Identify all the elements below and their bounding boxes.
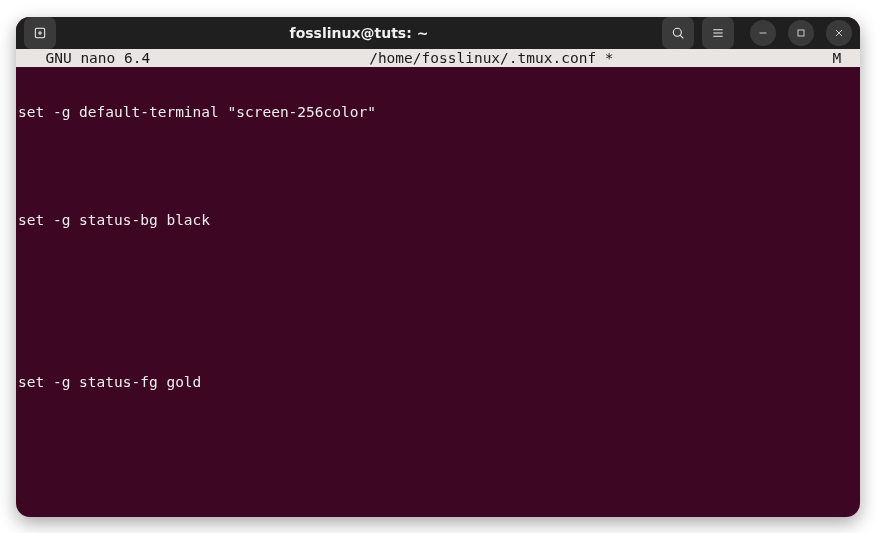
close-icon: [833, 27, 845, 39]
minimize-icon: [757, 27, 769, 39]
editor-line: [18, 481, 858, 499]
new-tab-button[interactable]: [24, 17, 56, 49]
editor-line: [18, 157, 858, 175]
hamburger-icon: [710, 25, 726, 41]
editor-line: [18, 265, 858, 283]
nano-filename: /home/fosslinux/.tmux.conf *: [150, 49, 832, 67]
nano-editor-area[interactable]: set -g default-terminal "screen-256color…: [16, 67, 860, 517]
search-icon: [670, 25, 686, 41]
menu-button[interactable]: [702, 17, 734, 49]
terminal-body[interactable]: GNU nano 6.4 /home/fosslinux/.tmux.conf …: [16, 49, 860, 517]
window-controls: [750, 20, 852, 46]
svg-rect-9: [798, 30, 804, 36]
close-button[interactable]: [826, 20, 852, 46]
svg-line-4: [680, 35, 683, 38]
nano-version: GNU nano 6.4: [18, 49, 150, 67]
editor-line: [18, 427, 858, 445]
search-button[interactable]: [662, 17, 694, 49]
minimize-button[interactable]: [750, 20, 776, 46]
maximize-icon: [795, 27, 807, 39]
nano-modified-flag: M: [833, 49, 858, 67]
editor-line: [18, 319, 858, 337]
svg-point-3: [673, 28, 681, 36]
editor-line: set -g status-fg gold: [18, 373, 858, 391]
editor-line: set -g default-terminal "screen-256color…: [18, 103, 858, 121]
window-title: fosslinux@tuts: ~: [64, 25, 654, 41]
nano-titlebar: GNU nano 6.4 /home/fosslinux/.tmux.conf …: [16, 49, 860, 67]
titlebar: fosslinux@tuts: ~: [16, 17, 860, 49]
new-tab-icon: [32, 25, 48, 41]
editor-line: set -g status-bg black: [18, 211, 858, 229]
terminal-window: fosslinux@tuts: ~ GNU nano 6.4 /home/fos…: [16, 17, 860, 517]
maximize-button[interactable]: [788, 20, 814, 46]
